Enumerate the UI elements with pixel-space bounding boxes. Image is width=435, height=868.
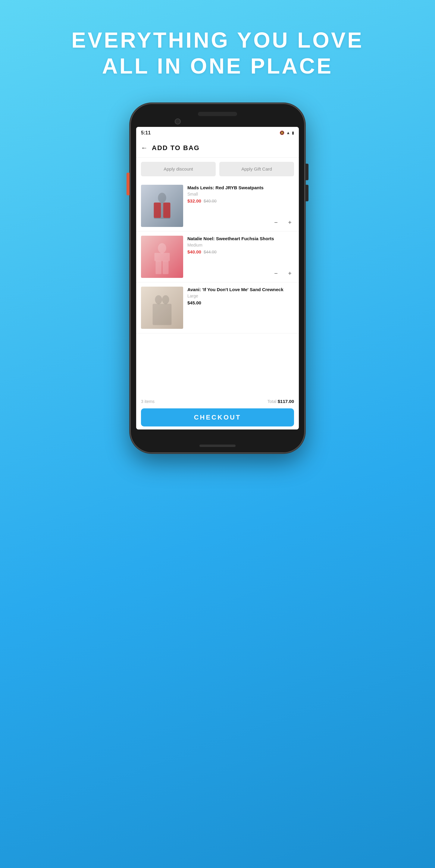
sale-price-2: $40.00 (188, 249, 201, 254)
product-prices-1: $32.00 $40.00 (188, 198, 294, 204)
product-info-3: Avani: 'If You Don't Love Me' Sand Crewn… (183, 287, 294, 329)
product-name-3: Avani: 'If You Don't Love Me' Sand Crewn… (188, 287, 294, 293)
product-list: Mads Lewis: Red JRYB Sweatpants Small $3… (136, 181, 299, 395)
phone-screen: 5:11 🔕 ▲ ▮ ← ADD TO BAG Apply discount A… (136, 127, 299, 430)
hero-text: EVERYTHING YOU LOVE ALL IN ONE PLACE (71, 27, 364, 79)
product-image-2 (141, 236, 183, 278)
apply-giftcard-button[interactable]: Apply Gift Card (219, 162, 294, 176)
svg-point-4 (158, 243, 166, 253)
battery-icon: ▮ (292, 130, 294, 135)
svg-rect-6 (156, 261, 162, 274)
sale-price-1: $32.00 (188, 198, 201, 204)
svg-rect-2 (154, 203, 161, 218)
status-time: 5:11 (141, 130, 150, 135)
original-price-2: $44.00 (204, 250, 216, 254)
quantity-controls-2: − + (272, 270, 294, 278)
items-count: 3 items (141, 399, 155, 404)
svg-rect-10 (153, 304, 172, 325)
status-icons: 🔕 ▲ ▮ (279, 130, 294, 135)
product-size-3: Large (188, 293, 294, 299)
svg-rect-7 (163, 261, 169, 274)
total-amount: $117.00 (278, 399, 294, 404)
phone-mockup: 5:11 🔕 ▲ ▮ ← ADD TO BAG Apply discount A… (130, 103, 305, 453)
power-button (127, 173, 130, 195)
increase-qty-2[interactable]: + (286, 270, 294, 278)
volume-down-button (305, 185, 308, 201)
svg-rect-3 (163, 203, 170, 218)
phone-camera (175, 119, 181, 124)
total-label: Total (268, 399, 276, 404)
table-row: Natalie Noel: Sweetheart Fuchsia Shorts … (136, 231, 299, 282)
decrease-qty-1[interactable]: − (272, 218, 280, 227)
cart-footer: 3 items Total $117.00 CHECKOUT (136, 395, 299, 430)
product-name-1: Mads Lewis: Red JRYB Sweatpants (188, 185, 294, 191)
status-bar: 5:11 🔕 ▲ ▮ (136, 127, 299, 139)
notification-mute-icon: 🔕 (279, 130, 285, 135)
volume-up-button (305, 164, 308, 180)
product-prices-3: $45.00 (188, 300, 294, 305)
product-image-3 (141, 287, 183, 329)
regular-price-3: $45.00 (188, 300, 201, 305)
product-prices-2: $40.00 $44.00 (188, 249, 294, 254)
product-size-2: Medium (188, 243, 294, 247)
product-image-1 (141, 185, 183, 227)
back-button[interactable]: ← (141, 144, 147, 152)
action-buttons-row: Apply discount Apply Gift Card (136, 158, 299, 181)
apply-discount-button[interactable]: Apply discount (141, 162, 216, 176)
app-header: ← ADD TO BAG (136, 139, 299, 158)
original-price-1: $40.00 (204, 198, 216, 204)
quantity-controls-1: − + (272, 218, 294, 227)
svg-rect-5 (155, 253, 170, 261)
table-row: Avani: 'If You Don't Love Me' Sand Crewn… (136, 282, 299, 333)
svg-point-0 (158, 193, 166, 203)
phone-shell: 5:11 🔕 ▲ ▮ ← ADD TO BAG Apply discount A… (130, 103, 305, 453)
cart-summary: 3 items Total $117.00 (141, 399, 294, 408)
home-bar (199, 444, 236, 447)
hero-line2: ALL IN ONE PLACE (71, 53, 364, 79)
svg-point-9 (162, 295, 169, 304)
svg-point-8 (155, 295, 162, 304)
product-name-2: Natalie Noel: Sweetheart Fuchsia Shorts (188, 236, 294, 242)
page-title: ADD TO BAG (152, 144, 200, 152)
decrease-qty-2[interactable]: − (272, 270, 280, 278)
total-row: Total $117.00 (268, 399, 294, 404)
product-size-1: Small (188, 192, 294, 196)
checkout-button[interactable]: CHECKOUT (141, 408, 294, 427)
hero-line1: EVERYTHING YOU LOVE (71, 27, 364, 53)
table-row: Mads Lewis: Red JRYB Sweatpants Small $3… (136, 181, 299, 231)
wifi-icon: ▲ (286, 130, 290, 135)
increase-qty-1[interactable]: + (286, 218, 294, 227)
phone-speaker (198, 112, 237, 116)
